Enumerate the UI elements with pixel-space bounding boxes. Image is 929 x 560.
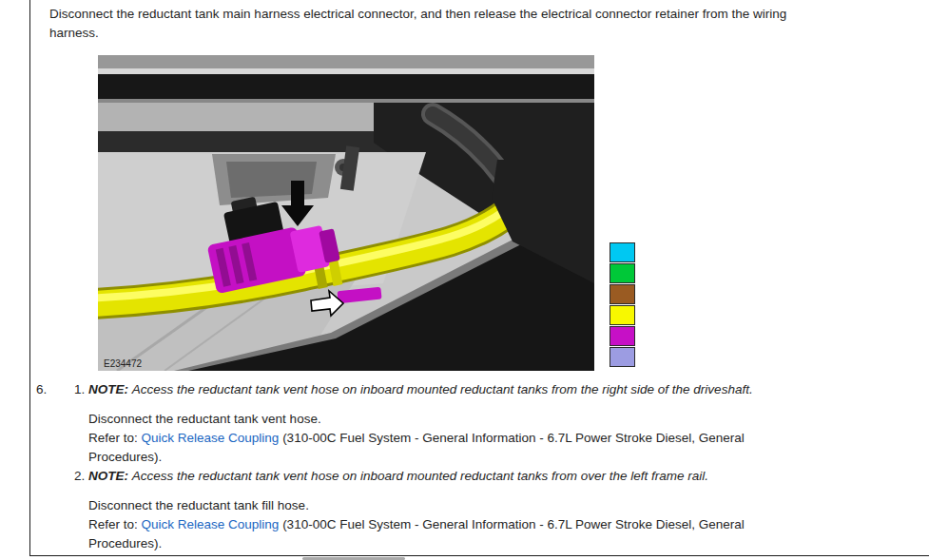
legend-swatch-purple bbox=[610, 347, 635, 367]
intro-paragraph: Disconnect the reductant tank main harne… bbox=[49, 5, 837, 43]
refer-paragraph: Refer to: Quick Release Coupling (310-00… bbox=[88, 429, 764, 467]
quick-release-coupling-link[interactable]: Quick Release Coupling bbox=[142, 431, 280, 445]
note-line: 2.NOTE: Access the reductant tank vent h… bbox=[74, 467, 892, 486]
color-legend bbox=[610, 242, 635, 368]
left-border-rule bbox=[29, 0, 30, 556]
substep-number: 2. bbox=[74, 467, 88, 486]
note-line: 1.NOTE: Access the reductant tank vent h… bbox=[74, 380, 892, 399]
bottom-border-rule bbox=[29, 555, 929, 556]
action-text: Disconnect the reductant tank fill hose. bbox=[88, 496, 764, 515]
note-label: NOTE: bbox=[88, 469, 128, 483]
refer-paragraph: Refer to: Quick Release Coupling (310-00… bbox=[88, 515, 764, 553]
legend-swatch-cyan bbox=[610, 242, 635, 262]
refer-prefix: Refer to: bbox=[88, 431, 142, 445]
step-number: 6. bbox=[36, 380, 74, 553]
step-6: 6. 1.NOTE: Access the reductant tank ven… bbox=[36, 380, 892, 553]
refer-prefix: Refer to: bbox=[88, 517, 142, 531]
note-text: Access the reductant tank vent hose on i… bbox=[132, 382, 753, 396]
legend-swatch-magenta bbox=[610, 326, 635, 346]
quick-release-coupling-link[interactable]: Quick Release Coupling bbox=[142, 517, 280, 531]
legend-swatch-yellow bbox=[610, 305, 635, 325]
legend-swatch-brown bbox=[610, 284, 635, 304]
note-label: NOTE: bbox=[88, 382, 128, 396]
substep-list: 1.NOTE: Access the reductant tank vent h… bbox=[74, 380, 892, 553]
figure: E234472 bbox=[98, 55, 594, 371]
substep-number: 1. bbox=[74, 380, 88, 399]
note-text: Access the reductant tank vent hose on i… bbox=[132, 469, 708, 483]
substep-1: 1.NOTE: Access the reductant tank vent h… bbox=[74, 380, 892, 467]
manual-page: Disconnect the reductant tank main harne… bbox=[0, 0, 929, 560]
legend-swatch-green bbox=[610, 263, 635, 283]
figure-label: E234472 bbox=[104, 358, 142, 369]
substep-2: 2.NOTE: Access the reductant tank vent h… bbox=[74, 467, 892, 553]
action-text: Disconnect the reductant tank vent hose. bbox=[88, 410, 764, 429]
figure-illustration: E234472 bbox=[98, 55, 594, 371]
